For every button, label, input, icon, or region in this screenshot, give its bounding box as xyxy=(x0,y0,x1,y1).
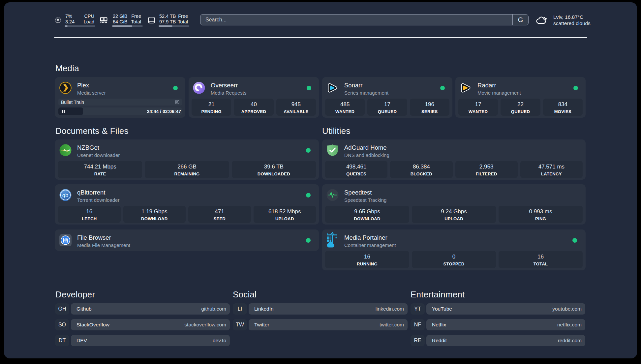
svg-text:qb: qb xyxy=(62,192,68,198)
svg-text:nzbget: nzbget xyxy=(61,149,70,152)
